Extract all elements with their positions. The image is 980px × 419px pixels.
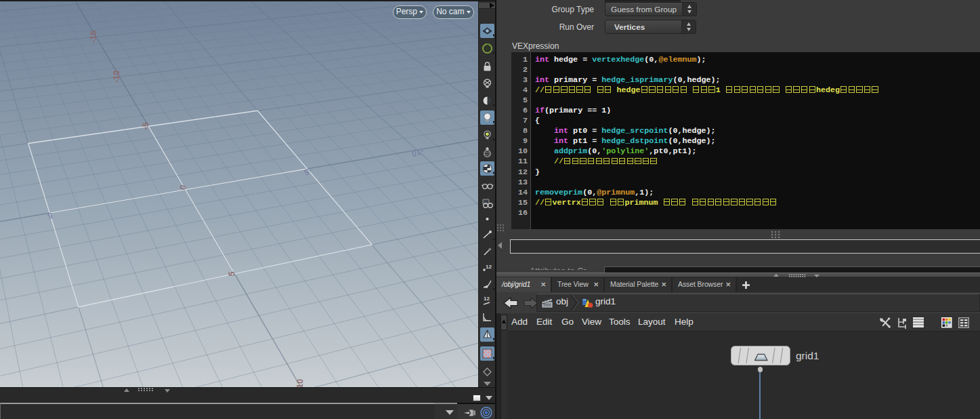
svg-text:12: 12 bbox=[486, 264, 492, 270]
svg-text:10: 10 bbox=[295, 379, 305, 387]
svg-text:5: 5 bbox=[227, 271, 236, 276]
svg-text:-10: -10 bbox=[112, 71, 122, 83]
svg-text:12: 12 bbox=[484, 296, 490, 302]
svg-text:-5: -5 bbox=[141, 122, 150, 130]
svg-text:-15: -15 bbox=[89, 31, 99, 43]
